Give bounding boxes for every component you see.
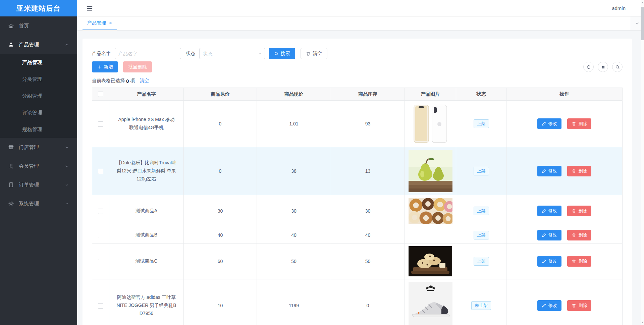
product-image-pear [409, 150, 452, 192]
zoom-button[interactable] [612, 62, 623, 72]
product-image-cell [405, 227, 456, 243]
sidebar-subitem-1[interactable]: 分类管理 [0, 71, 77, 88]
edit-button-label: 修改 [548, 303, 557, 309]
sidebar-item-0[interactable]: 首页 [0, 16, 77, 35]
vertical-scrollbar[interactable] [641, 0, 644, 325]
scroll-down-arrow-icon[interactable] [642, 322, 644, 323]
trash-icon [572, 209, 576, 213]
product-image-cell [405, 195, 456, 227]
search-icon [274, 51, 279, 56]
sidebar-subitem-3[interactable]: 评论管理 [0, 104, 77, 121]
product-current-price: 30 [257, 195, 331, 227]
tab-label: 产品管理 [87, 20, 106, 26]
refresh-button[interactable] [583, 62, 594, 72]
product-image-cell [405, 101, 456, 147]
product-image-cell [405, 147, 456, 195]
sidebar-item-label: 首页 [19, 23, 29, 29]
clear-filter-button[interactable]: 清空 [301, 48, 327, 59]
sidebar-item-1[interactable]: 产品管理 [0, 35, 77, 54]
trash-icon [572, 233, 576, 237]
product-name: 测试商品C [109, 243, 184, 279]
delete-button[interactable]: 删除 [567, 166, 591, 176]
edit-button-label: 修改 [548, 168, 557, 174]
product-image-cell [405, 279, 456, 325]
table-row: 【Dole都乐】比利时Truval啤梨12只 进口水果新鲜梨 单果120g左右 … [92, 147, 623, 195]
sidebar-item-label: 订单管理 [19, 182, 39, 188]
product-current-price: 1.01 [257, 101, 331, 147]
status-select[interactable] [199, 48, 265, 59]
row-checkbox[interactable] [98, 259, 103, 264]
product-current-price: 40 [257, 227, 331, 243]
sidebar-item-4[interactable]: 订单管理 [0, 175, 77, 194]
delete-button[interactable]: 删除 [567, 230, 591, 240]
batch-delete-button[interactable]: 批量删除 [123, 61, 152, 72]
delete-button[interactable]: 删除 [567, 300, 591, 311]
search-button[interactable]: 搜索 [269, 48, 295, 59]
sidebar-subitem-4[interactable]: 规格管理 [0, 121, 77, 138]
product-current-price: 50 [257, 243, 331, 279]
sidebar-item-5[interactable]: 系统管理 [0, 194, 77, 213]
edit-button[interactable]: 修改 [537, 256, 561, 267]
table-row: 测试商品B 40 40 40 上架 修改 删除 [92, 227, 623, 243]
edit-button[interactable]: 修改 [537, 166, 561, 176]
table-tools [583, 62, 623, 72]
tab-product-management[interactable]: 产品管理 [83, 16, 117, 30]
delete-button-label: 删除 [578, 168, 587, 174]
column-header: 商品库存 [331, 88, 405, 101]
product-current-price: 1199 [257, 279, 331, 325]
sidebar-item-2[interactable]: 门店管理 [0, 138, 77, 157]
add-button[interactable]: 新增 [92, 61, 118, 72]
product-stock: 30 [331, 195, 405, 227]
edit-button-label: 修改 [548, 208, 557, 214]
edit-button[interactable]: 修改 [537, 118, 561, 129]
sidebar-subitem-label: 分组管理 [22, 93, 42, 99]
delete-button-label: 删除 [578, 258, 587, 264]
sidebar-subitem-0[interactable]: 产品管理 [0, 54, 77, 71]
row-checkbox[interactable] [98, 303, 103, 309]
menu-toggle-icon[interactable] [86, 5, 93, 12]
row-checkbox[interactable] [98, 121, 103, 127]
status-badge: 未上架 [471, 301, 491, 310]
product-image-sneaker [409, 282, 452, 325]
status-badge: 上架 [474, 231, 489, 239]
column-header: 产品名字 [109, 88, 184, 101]
delete-button-label: 删除 [578, 303, 587, 309]
user-menu[interactable]: admin [612, 5, 626, 11]
product-stock: 50 [331, 243, 405, 279]
main-area: admin 产品管理 产品名字 状态 搜索 [77, 0, 644, 325]
toolbar: 新增 批量删除 [92, 61, 623, 72]
row-checkbox[interactable] [98, 233, 103, 238]
tab-close-icon[interactable] [109, 21, 112, 25]
select-all-checkbox[interactable] [98, 92, 103, 97]
table-row: 测试商品A 30 30 30 上架 修改 删除 [92, 195, 623, 227]
product-name: 阿迪达斯官方 adidas 三叶草 NITE JOGGER 男子经典鞋BD795… [109, 279, 184, 325]
delete-button-label: 删除 [578, 208, 587, 214]
row-checkbox[interactable] [98, 209, 103, 214]
delete-button[interactable]: 删除 [567, 206, 591, 216]
scrollbar-thumb[interactable] [641, 7, 644, 40]
edit-button[interactable]: 修改 [537, 206, 561, 216]
columns-button[interactable] [598, 62, 608, 72]
sidebar-subitem-2[interactable]: 分组管理 [0, 88, 77, 104]
sidebar-submenu: 产品管理 分类管理 分组管理 评论管理 规格管理 [0, 54, 77, 138]
edit-icon [542, 259, 546, 264]
sidebar-item-3[interactable]: 会员管理 [0, 157, 77, 175]
table-row: 阿迪达斯官方 adidas 三叶草 NITE JOGGER 男子经典鞋BD795… [92, 279, 623, 325]
status-select-input[interactable] [199, 48, 265, 59]
delete-button[interactable]: 删除 [567, 256, 591, 267]
clear-selection-link[interactable]: 清空 [140, 78, 149, 84]
product-image-cookies [409, 246, 452, 276]
edit-button[interactable]: 修改 [537, 230, 561, 240]
edit-button[interactable]: 修改 [537, 300, 561, 311]
delete-button[interactable]: 删除 [567, 118, 591, 129]
product-original-price: 60 [184, 243, 257, 279]
table-row: Apple iPhone XS Max 移动联通电信4G手机 0 1.01 93… [92, 101, 623, 147]
sidebar-item-label: 产品管理 [19, 42, 39, 48]
sidebar-item-label: 系统管理 [19, 201, 39, 207]
product-original-price: 40 [184, 227, 257, 243]
scroll-up-arrow-icon[interactable] [642, 2, 644, 3]
trash-icon [572, 121, 576, 126]
product-original-price: 10 [184, 279, 257, 325]
product-name-input[interactable] [115, 48, 181, 59]
row-checkbox[interactable] [98, 169, 103, 174]
